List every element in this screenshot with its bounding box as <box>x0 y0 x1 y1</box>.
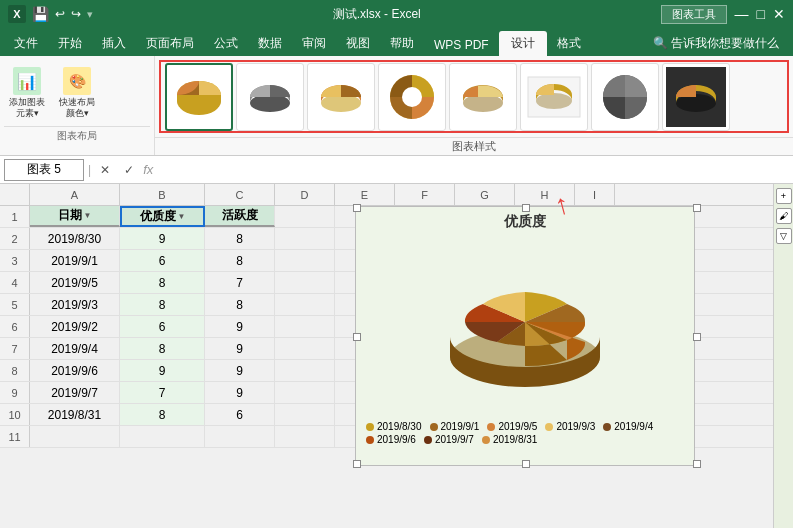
cell-c1[interactable]: 活跃度 <box>205 206 275 227</box>
cell-c6[interactable]: 9 <box>205 316 275 337</box>
cell-c5[interactable]: 8 <box>205 294 275 315</box>
cell-c2[interactable]: 8 <box>205 228 275 249</box>
cell-b6[interactable]: 6 <box>120 316 205 337</box>
tab-insert[interactable]: 插入 <box>92 31 136 56</box>
col-header-b[interactable]: B <box>120 184 205 205</box>
cell-b8[interactable]: 9 <box>120 360 205 381</box>
confirm-formula-btn[interactable]: ✓ <box>119 160 139 180</box>
legend-dot-6 <box>366 436 374 444</box>
cell-b2[interactable]: 9 <box>120 228 205 249</box>
cell-b5[interactable]: 8 <box>120 294 205 315</box>
cell-a1[interactable]: 日期▼ <box>30 206 120 227</box>
tab-format[interactable]: 格式 <box>547 31 591 56</box>
cell-c8[interactable]: 9 <box>205 360 275 381</box>
tab-search[interactable]: 🔍 告诉我你想要做什么 <box>643 31 789 56</box>
quick-layout-button[interactable]: 🎨 快速布局颜色▾ <box>54 62 100 122</box>
cell-c7[interactable]: 9 <box>205 338 275 359</box>
col-header-g[interactable]: G <box>455 184 515 205</box>
tab-view[interactable]: 视图 <box>336 31 380 56</box>
name-box[interactable] <box>4 159 84 181</box>
add-chart-element-button[interactable]: 📊 添加图表元素▾ <box>4 62 50 122</box>
col-header-c[interactable]: C <box>205 184 275 205</box>
tab-help[interactable]: 帮助 <box>380 31 424 56</box>
main-area: A B C D E F G H I 1 日期▼ 优质度▼ 活跃 <box>0 184 793 528</box>
cell-a4[interactable]: 2019/9/5 <box>30 272 120 293</box>
cell-b11[interactable] <box>120 426 205 447</box>
formula-sep: | <box>88 163 91 177</box>
svg-point-7 <box>536 93 572 109</box>
cell-b3[interactable]: 6 <box>120 250 205 271</box>
tab-design[interactable]: 设计 <box>499 31 547 56</box>
cell-a8[interactable]: 2019/9/6 <box>30 360 120 381</box>
cell-b1[interactable]: 优质度▼ <box>120 206 205 227</box>
cell-a7[interactable]: 2019/9/4 <box>30 338 120 359</box>
tab-formula[interactable]: 公式 <box>204 31 248 56</box>
cell-c9[interactable]: 9 <box>205 382 275 403</box>
excel-icon: X <box>8 5 26 23</box>
tab-file[interactable]: 文件 <box>4 31 48 56</box>
chart-style-1[interactable] <box>165 63 233 131</box>
cell-c3[interactable]: 8 <box>205 250 275 271</box>
cell-d2[interactable] <box>275 228 335 249</box>
sidebar-btn-brush[interactable]: 🖌 <box>776 208 792 224</box>
chart-handle-tr[interactable] <box>693 204 701 212</box>
chart-handle-bm[interactable] <box>522 460 530 468</box>
legend-item-7: 2019/9/7 <box>424 434 474 445</box>
chart-style-5[interactable] <box>449 63 517 131</box>
chart-handle-tl[interactable] <box>353 204 361 212</box>
tab-data[interactable]: 数据 <box>248 31 292 56</box>
sidebar-btn-plus[interactable]: + <box>776 188 792 204</box>
cell-a5[interactable]: 2019/9/3 <box>30 294 120 315</box>
legend-item-4: 2019/9/3 <box>545 421 595 432</box>
col-header-h[interactable]: H <box>515 184 575 205</box>
cell-c10[interactable]: 6 <box>205 404 275 425</box>
chart-handle-mr[interactable] <box>693 333 701 341</box>
tab-wps[interactable]: WPS PDF <box>424 34 499 56</box>
chart-handle-bl[interactable] <box>353 460 361 468</box>
cell-a11[interactable] <box>30 426 120 447</box>
cell-c4[interactable]: 7 <box>205 272 275 293</box>
col-header-f[interactable]: F <box>395 184 455 205</box>
dropdown-arrow-b1[interactable]: ▼ <box>178 212 186 221</box>
chart-style-6[interactable] <box>520 63 588 131</box>
col-header-d[interactable]: D <box>275 184 335 205</box>
chart-style-4[interactable] <box>378 63 446 131</box>
fx-label: fx <box>143 162 153 177</box>
cell-a10[interactable]: 2019/8/31 <box>30 404 120 425</box>
cell-b7[interactable]: 8 <box>120 338 205 359</box>
redo-icon[interactable]: ↪ <box>71 7 81 21</box>
cancel-formula-btn[interactable]: ✕ <box>95 160 115 180</box>
sidebar-btn-filter[interactable]: ▽ <box>776 228 792 244</box>
legend-dot-1 <box>366 423 374 431</box>
cell-a2[interactable]: 2019/8/30 <box>30 228 120 249</box>
tab-review[interactable]: 审阅 <box>292 31 336 56</box>
dropdown-arrow-a1[interactable]: ▼ <box>84 211 92 220</box>
cell-d1[interactable] <box>275 206 335 227</box>
chart-style-2[interactable] <box>236 63 304 131</box>
save-icon[interactable]: 💾 <box>32 6 49 22</box>
chart-container[interactable]: 优质度 <box>355 206 695 466</box>
chart-style-7[interactable] <box>591 63 659 131</box>
chart-handle-tm[interactable] <box>522 204 530 212</box>
legend-item-2: 2019/9/1 <box>430 421 480 432</box>
row-num-1[interactable]: 1 <box>0 206 30 227</box>
chart-style-8[interactable] <box>662 63 730 131</box>
col-header-e[interactable]: E <box>335 184 395 205</box>
legend-item-5: 2019/9/4 <box>603 421 653 432</box>
cell-b4[interactable]: 8 <box>120 272 205 293</box>
chart-handle-ml[interactable] <box>353 333 361 341</box>
formula-input[interactable] <box>157 159 789 181</box>
cell-a9[interactable]: 2019/9/7 <box>30 382 120 403</box>
tab-layout[interactable]: 页面布局 <box>136 31 204 56</box>
cell-a6[interactable]: 2019/9/2 <box>30 316 120 337</box>
col-header-i[interactable]: I <box>575 184 615 205</box>
cell-b9[interactable]: 7 <box>120 382 205 403</box>
cell-b10[interactable]: 8 <box>120 404 205 425</box>
chart-style-3[interactable] <box>307 63 375 131</box>
chart-handle-br[interactable] <box>693 460 701 468</box>
col-header-a[interactable]: A <box>30 184 120 205</box>
cell-a3[interactable]: 2019/9/1 <box>30 250 120 271</box>
cell-c11[interactable] <box>205 426 275 447</box>
undo-icon[interactable]: ↩ <box>55 7 65 21</box>
tab-home[interactable]: 开始 <box>48 31 92 56</box>
